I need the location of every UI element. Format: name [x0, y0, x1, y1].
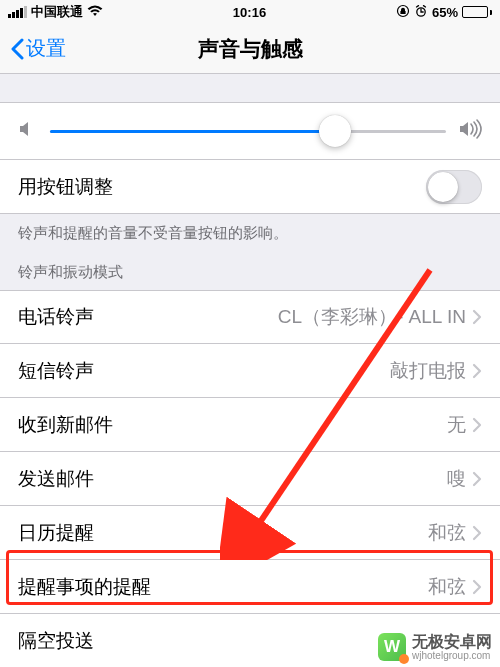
- sent-mail-row[interactable]: 发送邮件 嗖: [0, 452, 500, 506]
- ringtone-value: CL（李彩琳）- ALL IN: [278, 304, 466, 330]
- calendar-row[interactable]: 日历提醒 和弦: [0, 506, 500, 560]
- status-bar: 中国联通 10:16 65%: [0, 0, 500, 24]
- ringtone-row[interactable]: 电话铃声 CL（李彩琳）- ALL IN: [0, 290, 500, 344]
- status-left: 中国联通: [8, 3, 103, 21]
- text-tone-label: 短信铃声: [18, 358, 94, 384]
- carrier-label: 中国联通: [31, 3, 83, 21]
- clock: 10:16: [233, 5, 266, 20]
- chevron-right-icon: [472, 309, 482, 325]
- ringtone-label: 电话铃声: [18, 304, 94, 330]
- battery-pct: 65%: [432, 5, 458, 20]
- buttons-adjust-row[interactable]: 用按钮调整: [0, 160, 500, 214]
- chevron-right-icon: [472, 417, 482, 433]
- page-title: 声音与触感: [198, 35, 303, 63]
- reminder-row[interactable]: 提醒事项的提醒 和弦: [0, 560, 500, 614]
- new-mail-label: 收到新邮件: [18, 412, 113, 438]
- airdrop-label: 隔空投送: [18, 628, 94, 654]
- chevron-right-icon: [472, 579, 482, 595]
- calendar-label: 日历提醒: [18, 520, 94, 546]
- text-tone-value: 敲打电报: [390, 358, 466, 384]
- status-right: 65%: [396, 4, 492, 21]
- new-mail-value: 无: [447, 412, 466, 438]
- signal-icon: [8, 6, 27, 18]
- slider-knob[interactable]: [319, 115, 351, 147]
- reminder-label: 提醒事项的提醒: [18, 574, 151, 600]
- nav-bar: 设置 声音与触感: [0, 24, 500, 74]
- buttons-adjust-toggle[interactable]: [426, 170, 482, 204]
- speaker-high-icon: [458, 119, 482, 143]
- calendar-value: 和弦: [428, 520, 466, 546]
- chevron-right-icon: [472, 363, 482, 379]
- buttons-adjust-label: 用按钮调整: [18, 174, 113, 200]
- ringtone-section-header: 铃声和振动模式: [0, 243, 500, 290]
- alarm-icon: [414, 4, 428, 21]
- back-button[interactable]: 设置: [0, 35, 66, 62]
- chevron-right-icon: [472, 471, 482, 487]
- battery-icon: [462, 6, 492, 18]
- volume-footer-note: 铃声和提醒的音量不受音量按钮的影响。: [0, 214, 500, 243]
- sent-mail-value: 嗖: [447, 466, 466, 492]
- watermark-title: 无极安卓网: [412, 634, 492, 650]
- volume-slider-row: [0, 102, 500, 160]
- watermark: W 无极安卓网 wjhotelgroup.com: [378, 633, 492, 661]
- orientation-lock-icon: [396, 4, 410, 21]
- wifi-icon: [87, 5, 103, 20]
- new-mail-row[interactable]: 收到新邮件 无: [0, 398, 500, 452]
- volume-slider[interactable]: [50, 130, 446, 133]
- sent-mail-label: 发送邮件: [18, 466, 94, 492]
- speaker-low-icon: [18, 120, 38, 142]
- chevron-left-icon: [10, 38, 24, 60]
- text-tone-row[interactable]: 短信铃声 敲打电报: [0, 344, 500, 398]
- reminder-value: 和弦: [428, 574, 466, 600]
- back-label: 设置: [26, 35, 66, 62]
- watermark-logo: W: [378, 633, 406, 661]
- watermark-url: wjhotelgroup.com: [412, 650, 492, 661]
- chevron-right-icon: [472, 525, 482, 541]
